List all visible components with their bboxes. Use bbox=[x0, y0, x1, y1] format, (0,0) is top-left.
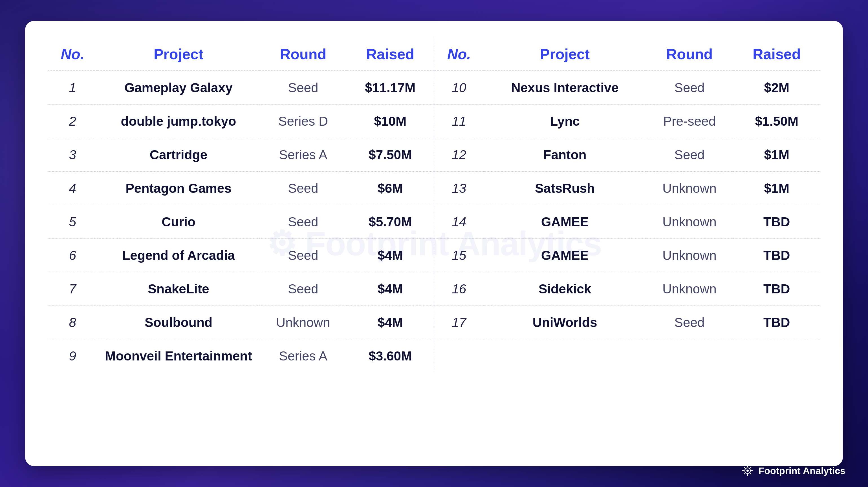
cell-raised-right: TBD bbox=[733, 306, 820, 339]
cell-project-right: GAMEE bbox=[484, 239, 646, 272]
cell-project-left: Moonveil Entertainment bbox=[98, 339, 260, 373]
cell-round-right: Unknown bbox=[646, 239, 733, 272]
cell-no-right: 16 bbox=[434, 272, 484, 306]
cell-raised-right bbox=[733, 339, 820, 373]
header-project-left: Project bbox=[98, 38, 260, 71]
cell-round-left: Seed bbox=[259, 239, 347, 272]
header-no-right: No. bbox=[434, 38, 484, 71]
header-raised-right: Raised bbox=[733, 38, 820, 71]
cell-no-left: 7 bbox=[48, 272, 98, 306]
header-raised-left: Raised bbox=[347, 38, 434, 71]
cell-raised-left: $6M bbox=[347, 172, 434, 205]
cell-project-left: Cartridge bbox=[98, 138, 260, 172]
cell-no-right: 15 bbox=[434, 239, 484, 272]
cell-no-left: 5 bbox=[48, 205, 98, 239]
cell-project-right: GAMEE bbox=[484, 205, 646, 239]
cell-raised-right: TBD bbox=[733, 239, 820, 272]
brand-icon bbox=[741, 464, 754, 477]
cell-round-left: Series D bbox=[259, 104, 347, 138]
cell-round-right: Unknown bbox=[646, 272, 733, 306]
cell-no-right: 10 bbox=[434, 71, 484, 104]
cell-project-left: Curio bbox=[98, 205, 260, 239]
table-row: 9 Moonveil Entertainment Series A $3.60M bbox=[48, 339, 820, 373]
cell-no-left: 2 bbox=[48, 104, 98, 138]
cell-no-left: 6 bbox=[48, 239, 98, 272]
cell-round-left: Seed bbox=[259, 272, 347, 306]
cell-no-left: 8 bbox=[48, 306, 98, 339]
cell-project-right: Sidekick bbox=[484, 272, 646, 306]
cell-project-right: Lync bbox=[484, 104, 646, 138]
cell-project-left: Legend of Arcadia bbox=[98, 239, 260, 272]
cell-raised-right: TBD bbox=[733, 272, 820, 306]
svg-line-8 bbox=[750, 467, 751, 468]
footer-brand: Footprint Analytics bbox=[741, 464, 845, 477]
cell-raised-left: $11.17M bbox=[347, 71, 434, 104]
cell-project-right: UniWorlds bbox=[484, 306, 646, 339]
brand-name: Footprint Analytics bbox=[758, 465, 845, 476]
cell-raised-right: $1.50M bbox=[733, 104, 820, 138]
main-card: ⚙ Footprint Analytics No. Project Round … bbox=[25, 21, 843, 466]
cell-round-right: Seed bbox=[646, 71, 733, 104]
table-row: 2 double jump.tokyo Series D $10M 11 Lyn… bbox=[48, 104, 820, 138]
cell-round-right: Unknown bbox=[646, 205, 733, 239]
cell-project-left: Soulbound bbox=[98, 306, 260, 339]
cell-round-right: Seed bbox=[646, 138, 733, 172]
cell-raised-right: $1M bbox=[733, 138, 820, 172]
cell-raised-right: $1M bbox=[733, 172, 820, 205]
cell-raised-right: $2M bbox=[733, 71, 820, 104]
header-round-left: Round bbox=[259, 38, 347, 71]
cell-round-right: Pre-seed bbox=[646, 104, 733, 138]
cell-raised-left: $3.60M bbox=[347, 339, 434, 373]
cell-no-right: 17 bbox=[434, 306, 484, 339]
cell-round-left: Seed bbox=[259, 172, 347, 205]
cell-raised-right: TBD bbox=[733, 205, 820, 239]
cell-round-left: Series A bbox=[259, 138, 347, 172]
cell-no-left: 1 bbox=[48, 71, 98, 104]
cell-project-right bbox=[484, 339, 646, 373]
table-row: 8 Soulbound Unknown $4M 17 UniWorlds See… bbox=[48, 306, 820, 339]
cell-round-right bbox=[646, 339, 733, 373]
cell-raised-left: $7.50M bbox=[347, 138, 434, 172]
cell-project-right: Nexus Interactive bbox=[484, 71, 646, 104]
cell-no-right: 12 bbox=[434, 138, 484, 172]
cell-raised-left: $4M bbox=[347, 306, 434, 339]
cell-project-left: double jump.tokyo bbox=[98, 104, 260, 138]
cell-project-left: Gameplay Galaxy bbox=[98, 71, 260, 104]
table-row: 1 Gameplay Galaxy Seed $11.17M 10 Nexus … bbox=[48, 71, 820, 104]
cell-raised-left: $10M bbox=[347, 104, 434, 138]
cell-round-right: Unknown bbox=[646, 172, 733, 205]
cell-project-right: Fanton bbox=[484, 138, 646, 172]
cell-no-right bbox=[434, 339, 484, 373]
header-project-right: Project bbox=[484, 38, 646, 71]
table-row: 6 Legend of Arcadia Seed $4M 15 GAMEE Un… bbox=[48, 239, 820, 272]
cell-no-right: 14 bbox=[434, 205, 484, 239]
svg-point-1 bbox=[746, 469, 749, 472]
cell-round-left: Seed bbox=[259, 205, 347, 239]
cell-project-left: SnakeLite bbox=[98, 272, 260, 306]
cell-no-left: 4 bbox=[48, 172, 98, 205]
table-row: 7 SnakeLite Seed $4M 16 Sidekick Unknown… bbox=[48, 272, 820, 306]
cell-project-left: Pentagon Games bbox=[98, 172, 260, 205]
data-table: No. Project Round Raised No. Project Rou… bbox=[48, 38, 820, 372]
svg-line-7 bbox=[750, 473, 751, 474]
cell-no-right: 11 bbox=[434, 104, 484, 138]
cell-raised-left: $5.70M bbox=[347, 205, 434, 239]
cell-round-left: Series A bbox=[259, 339, 347, 373]
cell-round-right: Seed bbox=[646, 306, 733, 339]
cell-no-right: 13 bbox=[434, 172, 484, 205]
table-row: 5 Curio Seed $5.70M 14 GAMEE Unknown TBD bbox=[48, 205, 820, 239]
svg-line-9 bbox=[744, 473, 745, 474]
cell-no-left: 9 bbox=[48, 339, 98, 373]
cell-round-left: Seed bbox=[259, 71, 347, 104]
svg-line-6 bbox=[744, 467, 745, 468]
header-round-right: Round bbox=[646, 38, 733, 71]
header-no-left: No. bbox=[48, 38, 98, 71]
table-row: 3 Cartridge Series A $7.50M 12 Fanton Se… bbox=[48, 138, 820, 172]
cell-round-left: Unknown bbox=[259, 306, 347, 339]
cell-raised-left: $4M bbox=[347, 272, 434, 306]
table-row: 4 Pentagon Games Seed $6M 13 SatsRush Un… bbox=[48, 172, 820, 205]
cell-project-right: SatsRush bbox=[484, 172, 646, 205]
cell-no-left: 3 bbox=[48, 138, 98, 172]
cell-raised-left: $4M bbox=[347, 239, 434, 272]
